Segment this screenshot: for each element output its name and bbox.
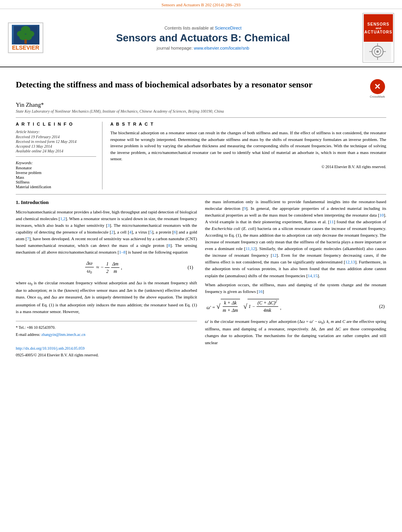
article-info-abstract-section: A R T I C L E I N F O Article history: R… bbox=[16, 117, 386, 189]
keyword-4: Stiffness bbox=[16, 180, 96, 184]
author-name: Yin Zhang* bbox=[16, 102, 386, 108]
right-para3: ω′ is the circular resonant frequency af… bbox=[205, 318, 386, 346]
sensors-actuators-logo: SENSORS and ACTUATORS bbox=[363, 13, 394, 63]
keyword-2: Inverse problem bbox=[16, 171, 96, 175]
sensors-logo-text: SENSORS bbox=[367, 22, 389, 26]
article-title: Detecting the stiffness and mass of bioc… bbox=[16, 79, 313, 91]
sensors-logo-actuators: ACTUATORS bbox=[365, 30, 393, 34]
email-link[interactable]: zhangyin@lnm.imech.ac.cn bbox=[41, 332, 86, 337]
copyright-line: © 2014 Elsevier B.V. All rights reserved… bbox=[110, 165, 386, 169]
right-para1: the mass information only is insufficien… bbox=[205, 198, 386, 279]
abstract-heading: A B S T R A C T bbox=[110, 122, 386, 126]
sciencedirect-line: Contents lists available at ScienceDirec… bbox=[47, 26, 359, 30]
intro-para1: Micro/nanomechanical resonator provides … bbox=[16, 209, 197, 256]
journal-name: Sensors and Actuators B: Chemical bbox=[47, 32, 359, 44]
journal-title-block: Contents lists available at ScienceDirec… bbox=[47, 26, 359, 50]
author-section: Yin Zhang* State Key Laboratory of Nonli… bbox=[16, 102, 386, 113]
received-revised-date: Received in revised form 12 May 2014 bbox=[16, 139, 96, 144]
keywords-list: Resonator Inverse problem Mass Stiffness… bbox=[16, 166, 96, 189]
homepage-line: journal homepage: www.elsevier.com/locat… bbox=[47, 46, 359, 50]
two-col-body: 1. Introduction Micro/nanomechanical res… bbox=[16, 198, 386, 359]
homepage-label: journal homepage: bbox=[157, 46, 193, 50]
affiliation: State Key Laboratory of Nonlinear Mechan… bbox=[16, 109, 386, 113]
crossmark-icon: ✕ bbox=[370, 79, 385, 94]
citation-text: Sensors and Actuators B 202 (2014) 286–2… bbox=[162, 2, 240, 7]
left-body-col: 1. Introduction Micro/nanomechanical res… bbox=[16, 198, 197, 359]
equation-1-mass-frac: Δm m bbox=[111, 260, 120, 275]
svg-point-10 bbox=[376, 50, 379, 53]
right-body-col: the mass information only is insufficien… bbox=[205, 198, 386, 359]
keyword-1: Resonator bbox=[16, 166, 96, 170]
article-history: Article history: Received 19 February 20… bbox=[16, 130, 96, 153]
equation-2-content: ω′ = √ k + Δk m + Δm √ bbox=[207, 299, 281, 314]
accepted-date: Accepted 13 May 2014 bbox=[16, 144, 96, 148]
svg-rect-6 bbox=[24, 39, 27, 44]
email-label: E-mail address: bbox=[16, 332, 40, 337]
equation-1-number: (1) bbox=[188, 264, 193, 271]
equation-1-fraction: Δω ω0 bbox=[85, 260, 94, 275]
elsevier-logo: ELSEVIER bbox=[8, 22, 43, 53]
sciencedirect-link[interactable]: ScienceDirect bbox=[215, 26, 242, 30]
info-divider bbox=[16, 156, 96, 157]
svg-point-5 bbox=[24, 34, 32, 40]
equation-1-half: 1 2 bbox=[105, 260, 110, 275]
sensors-graphic-icon bbox=[365, 43, 391, 61]
received-date: Received 19 February 2014 bbox=[16, 135, 96, 139]
footnote-section: * Tel.: +86 10 82543970. E-mail address:… bbox=[16, 321, 197, 358]
elsevier-tree-icon bbox=[14, 26, 37, 44]
keywords-section: Keywords: Resonator Inverse problem Mass… bbox=[16, 161, 96, 189]
equation-2-block: ω′ = √ k + Δk m + Δm √ bbox=[207, 299, 385, 314]
crossmark-box: ✕ CrossMark bbox=[368, 79, 386, 98]
footnote-tel: * Tel.: +86 10 82543970. bbox=[16, 324, 197, 331]
sensors-logo-graphic bbox=[364, 42, 391, 61]
keyword-3: Mass bbox=[16, 175, 96, 180]
abstract-text: The biochemical adsorption on a resonato… bbox=[110, 130, 386, 162]
right-para2: When adsorption occurs, the stiffness, m… bbox=[205, 282, 386, 295]
abstract-column: A B S T R A C T The biochemical adsorpti… bbox=[110, 122, 386, 189]
homepage-link[interactable]: www.elsevier.com/locate/snb bbox=[194, 46, 249, 50]
article-title-section: Detecting the stiffness and mass of bioc… bbox=[16, 75, 386, 98]
eq2-sqrt1: √ k + Δk m + Δm bbox=[216, 299, 240, 314]
author-text: Yin Zhang* bbox=[16, 102, 44, 108]
keywords-title: Keywords: bbox=[16, 161, 96, 165]
intro-heading: 1. Introduction bbox=[16, 198, 197, 206]
sensors-logo-and: and bbox=[376, 26, 381, 30]
journal-citation: Sensors and Actuators B 202 (2014) 286–2… bbox=[0, 0, 402, 9]
body-divider bbox=[16, 194, 386, 195]
crossmark-label: CrossMark bbox=[370, 95, 385, 98]
history-title: Article history: bbox=[16, 130, 96, 134]
eq2-sqrt2: √ 1 − (C + ΔC)2 4mk bbox=[244, 299, 279, 314]
footnote-blank bbox=[16, 338, 197, 345]
intro-para2: where ω0 is the circular resonant freque… bbox=[16, 280, 197, 315]
contents-label: Contents lists available at bbox=[164, 26, 214, 30]
keyword-5: Material identification bbox=[16, 185, 96, 189]
footer-rights: 0925-4005/© 2014 Elsevier B.V. All right… bbox=[16, 352, 197, 358]
journal-header: ELSEVIER Contents lists available at Sci… bbox=[0, 9, 402, 67]
elsevier-wordmark: ELSEVIER bbox=[12, 44, 39, 51]
article-info-heading: A R T I C L E I N F O bbox=[16, 122, 96, 126]
eq2-frac2: (C + ΔC)2 4mk bbox=[257, 299, 278, 314]
available-date: Available online 24 May 2014 bbox=[16, 149, 96, 153]
equation-1-content: Δω ω0 ≈ − 1 2 Δm m , bbox=[20, 260, 188, 275]
footnote-email: E-mail address: zhangyin@lnm.imech.ac.cn bbox=[16, 332, 197, 338]
eq2-frac1: k + Δk m + Δm bbox=[221, 299, 239, 314]
equation-2-number: (2) bbox=[379, 303, 385, 310]
main-content: Detecting the stiffness and mass of bioc… bbox=[0, 67, 402, 367]
equation-1-block: Δω ω0 ≈ − 1 2 Δm m , bbox=[16, 260, 197, 275]
doi-link[interactable]: http://dx.doi.org/10.1016/j.snb.2014.05.… bbox=[16, 346, 85, 350]
article-info-column: A R T I C L E I N F O Article history: R… bbox=[16, 122, 102, 189]
